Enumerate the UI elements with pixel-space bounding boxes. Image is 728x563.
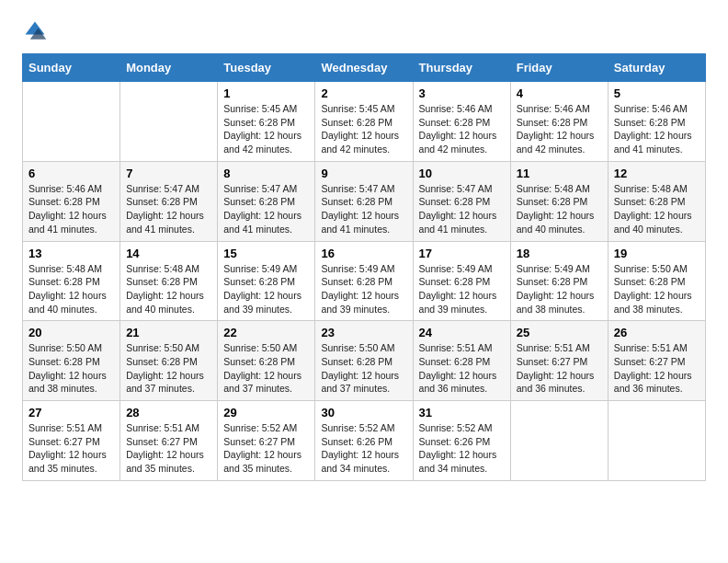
day-info: Sunrise: 5:48 AM Sunset: 6:28 PM Dayligh…: [517, 182, 602, 236]
day-number: 12: [614, 167, 700, 180]
calendar-cell: 24Sunrise: 5:51 AM Sunset: 6:28 PM Dayli…: [413, 321, 510, 401]
calendar-cell: [608, 401, 705, 481]
calendar-header: SundayMondayTuesdayWednesdayThursdayFrid…: [23, 54, 706, 82]
day-number: 1: [223, 86, 309, 100]
header-row: SundayMondayTuesdayWednesdayThursdayFrid…: [23, 54, 706, 82]
day-number: 13: [28, 247, 114, 260]
day-number: 11: [517, 167, 602, 180]
header-day-wednesday: Wednesday: [315, 54, 413, 82]
calendar-cell: 4Sunrise: 5:46 AM Sunset: 6:28 PM Daylig…: [510, 82, 608, 162]
day-number: 5: [614, 86, 700, 100]
week-row-4: 20Sunrise: 5:50 AM Sunset: 6:28 PM Dayli…: [23, 321, 706, 401]
calendar-cell: 18Sunrise: 5:49 AM Sunset: 6:28 PM Dayli…: [510, 241, 608, 321]
week-row-5: 27Sunrise: 5:51 AM Sunset: 6:27 PM Dayli…: [23, 401, 706, 481]
logo-icon: [22, 18, 48, 44]
page-header: [22, 18, 706, 44]
day-info: Sunrise: 5:50 AM Sunset: 6:28 PM Dayligh…: [321, 341, 406, 396]
day-number: 20: [28, 326, 114, 339]
day-info: Sunrise: 5:51 AM Sunset: 6:27 PM Dayligh…: [614, 341, 700, 396]
calendar-cell: 12Sunrise: 5:48 AM Sunset: 6:28 PM Dayli…: [608, 161, 705, 241]
day-number: 24: [419, 326, 505, 339]
calendar-cell: 7Sunrise: 5:47 AM Sunset: 6:28 PM Daylig…: [120, 161, 218, 241]
day-info: Sunrise: 5:49 AM Sunset: 6:28 PM Dayligh…: [321, 262, 406, 316]
day-number: 22: [223, 326, 309, 339]
day-info: Sunrise: 5:51 AM Sunset: 6:27 PM Dayligh…: [126, 421, 211, 476]
day-info: Sunrise: 5:51 AM Sunset: 6:28 PM Dayligh…: [419, 341, 505, 396]
calendar-cell: 16Sunrise: 5:49 AM Sunset: 6:28 PM Dayli…: [315, 241, 413, 321]
day-info: Sunrise: 5:48 AM Sunset: 6:28 PM Dayligh…: [28, 262, 114, 316]
day-info: Sunrise: 5:51 AM Sunset: 6:27 PM Dayligh…: [28, 421, 114, 476]
day-number: 6: [28, 167, 114, 180]
calendar-cell: 22Sunrise: 5:50 AM Sunset: 6:28 PM Dayli…: [218, 321, 315, 401]
day-number: 21: [126, 326, 211, 339]
day-number: 27: [28, 406, 114, 419]
day-info: Sunrise: 5:49 AM Sunset: 6:28 PM Dayligh…: [517, 262, 602, 316]
calendar-cell: 21Sunrise: 5:50 AM Sunset: 6:28 PM Dayli…: [120, 321, 218, 401]
calendar-body: 1Sunrise: 5:45 AM Sunset: 6:28 PM Daylig…: [23, 82, 706, 481]
calendar-cell: 9Sunrise: 5:47 AM Sunset: 6:28 PM Daylig…: [315, 161, 413, 241]
calendar-cell: 27Sunrise: 5:51 AM Sunset: 6:27 PM Dayli…: [23, 401, 120, 481]
calendar-cell: 31Sunrise: 5:52 AM Sunset: 6:26 PM Dayli…: [413, 401, 510, 481]
day-number: 26: [614, 326, 700, 339]
calendar-cell: 26Sunrise: 5:51 AM Sunset: 6:27 PM Dayli…: [608, 321, 705, 401]
day-info: Sunrise: 5:48 AM Sunset: 6:28 PM Dayligh…: [614, 182, 700, 236]
header-day-sunday: Sunday: [23, 54, 120, 82]
day-number: 15: [223, 247, 309, 260]
header-day-saturday: Saturday: [608, 54, 705, 82]
calendar-cell: [510, 401, 608, 481]
day-number: 14: [126, 247, 211, 260]
day-number: 9: [321, 167, 406, 180]
week-row-2: 6Sunrise: 5:46 AM Sunset: 6:28 PM Daylig…: [23, 161, 706, 241]
day-number: 25: [517, 326, 602, 339]
day-number: 28: [126, 406, 211, 419]
calendar-cell: 8Sunrise: 5:47 AM Sunset: 6:28 PM Daylig…: [218, 161, 315, 241]
calendar-cell: 11Sunrise: 5:48 AM Sunset: 6:28 PM Dayli…: [510, 161, 608, 241]
day-info: Sunrise: 5:48 AM Sunset: 6:28 PM Dayligh…: [126, 262, 211, 316]
header-day-monday: Monday: [120, 54, 218, 82]
logo: [22, 18, 53, 44]
calendar-cell: 14Sunrise: 5:48 AM Sunset: 6:28 PM Dayli…: [120, 241, 218, 321]
day-info: Sunrise: 5:46 AM Sunset: 6:28 PM Dayligh…: [614, 102, 700, 156]
calendar-cell: 19Sunrise: 5:50 AM Sunset: 6:28 PM Dayli…: [608, 241, 705, 321]
day-info: Sunrise: 5:46 AM Sunset: 6:28 PM Dayligh…: [517, 102, 602, 156]
day-number: 29: [223, 406, 309, 419]
day-info: Sunrise: 5:47 AM Sunset: 6:28 PM Dayligh…: [126, 182, 211, 236]
day-number: 17: [419, 247, 505, 260]
day-number: 31: [419, 406, 505, 419]
calendar-cell: 13Sunrise: 5:48 AM Sunset: 6:28 PM Dayli…: [23, 241, 120, 321]
day-number: 7: [126, 167, 211, 180]
calendar-cell: [120, 82, 218, 162]
day-info: Sunrise: 5:50 AM Sunset: 6:28 PM Dayligh…: [614, 262, 700, 316]
calendar-table: SundayMondayTuesdayWednesdayThursdayFrid…: [22, 53, 706, 481]
day-info: Sunrise: 5:52 AM Sunset: 6:26 PM Dayligh…: [321, 421, 406, 476]
day-number: 30: [321, 406, 406, 419]
day-number: 23: [321, 326, 406, 339]
day-number: 18: [517, 247, 602, 260]
day-number: 16: [321, 247, 406, 260]
calendar-cell: 25Sunrise: 5:51 AM Sunset: 6:27 PM Dayli…: [510, 321, 608, 401]
day-info: Sunrise: 5:50 AM Sunset: 6:28 PM Dayligh…: [28, 341, 114, 396]
day-number: 19: [614, 247, 700, 260]
week-row-1: 1Sunrise: 5:45 AM Sunset: 6:28 PM Daylig…: [23, 82, 706, 162]
day-info: Sunrise: 5:50 AM Sunset: 6:28 PM Dayligh…: [126, 341, 211, 396]
day-info: Sunrise: 5:47 AM Sunset: 6:28 PM Dayligh…: [321, 182, 406, 236]
day-info: Sunrise: 5:50 AM Sunset: 6:28 PM Dayligh…: [223, 341, 309, 396]
week-row-3: 13Sunrise: 5:48 AM Sunset: 6:28 PM Dayli…: [23, 241, 706, 321]
calendar-cell: [23, 82, 120, 162]
day-info: Sunrise: 5:52 AM Sunset: 6:27 PM Dayligh…: [223, 421, 309, 476]
day-info: Sunrise: 5:49 AM Sunset: 6:28 PM Dayligh…: [223, 262, 309, 316]
day-info: Sunrise: 5:47 AM Sunset: 6:28 PM Dayligh…: [223, 182, 309, 236]
calendar-cell: 28Sunrise: 5:51 AM Sunset: 6:27 PM Dayli…: [120, 401, 218, 481]
day-info: Sunrise: 5:49 AM Sunset: 6:28 PM Dayligh…: [419, 262, 505, 316]
day-number: 8: [223, 167, 309, 180]
calendar-cell: 10Sunrise: 5:47 AM Sunset: 6:28 PM Dayli…: [413, 161, 510, 241]
calendar-cell: 6Sunrise: 5:46 AM Sunset: 6:28 PM Daylig…: [23, 161, 120, 241]
day-info: Sunrise: 5:52 AM Sunset: 6:26 PM Dayligh…: [419, 421, 505, 476]
calendar-cell: 17Sunrise: 5:49 AM Sunset: 6:28 PM Dayli…: [413, 241, 510, 321]
calendar-cell: 20Sunrise: 5:50 AM Sunset: 6:28 PM Dayli…: [23, 321, 120, 401]
day-info: Sunrise: 5:51 AM Sunset: 6:27 PM Dayligh…: [517, 341, 602, 396]
calendar-cell: 3Sunrise: 5:46 AM Sunset: 6:28 PM Daylig…: [413, 82, 510, 162]
day-info: Sunrise: 5:45 AM Sunset: 6:28 PM Dayligh…: [223, 102, 309, 156]
day-info: Sunrise: 5:46 AM Sunset: 6:28 PM Dayligh…: [419, 102, 505, 156]
header-day-thursday: Thursday: [413, 54, 510, 82]
